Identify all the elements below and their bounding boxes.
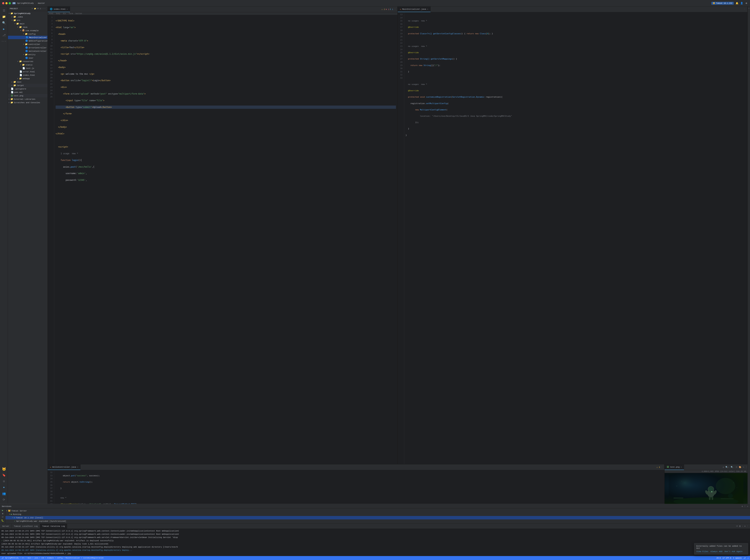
tree-item-indexhtml[interactable]: 📄 index.html bbox=[8, 74, 47, 77]
tree-item-hellocontroller[interactable]: 🔵 HelloController bbox=[8, 49, 47, 53]
sidebar-toggle-icon[interactable]: ☰ bbox=[1, 8, 7, 13]
tree-item-src[interactable]: ▼ 📁 src bbox=[8, 19, 47, 22]
console-tab-server[interactable]: Server bbox=[0, 524, 12, 528]
tree-item-entity[interactable]: ▼ 📁 entity bbox=[8, 53, 47, 56]
hc-more-icon[interactable]: ⋮ bbox=[661, 466, 663, 468]
services-tree-running[interactable]: ▼ ▶ Running bbox=[5, 513, 750, 516]
tree-item-webapp[interactable]: ▶ 📁 webapp bbox=[8, 77, 47, 80]
tab-testpng[interactable]: 🖼 test.png ✕ bbox=[665, 464, 684, 470]
more-options-icon[interactable]: ··· bbox=[42, 7, 46, 10]
search-icon[interactable]: 🔍 bbox=[1, 20, 7, 26]
tree-item-maininitializer[interactable]: 🔵 MainInitializer bbox=[8, 36, 47, 39]
collapse-icon[interactable]: ⊟ bbox=[40, 7, 41, 10]
edit-icon[interactable]: ✎ bbox=[743, 466, 744, 468]
console-more-icon[interactable]: ⋮ bbox=[747, 525, 749, 527]
structure-icon[interactable]: ⊟ bbox=[1, 479, 7, 484]
services-close-icon[interactable]: ✕ bbox=[747, 505, 748, 507]
services-stop-icon[interactable]: ■ bbox=[2, 513, 3, 515]
console-output[interactable]: 05-Jun-2024 14:58:24.272 INFO [RMI TCP C… bbox=[0, 529, 750, 556]
tab-hellocontroller[interactable]: ☕ HelloController.java ✕ bbox=[48, 464, 80, 470]
explorer-icon[interactable]: 📁 bbox=[1, 14, 7, 20]
tab-close-java-icon[interactable]: ✕ bbox=[427, 8, 428, 10]
notif-always-add[interactable]: Always Add bbox=[710, 551, 723, 553]
services-left-toolbar: ▶ ■ ⟳ 🐛 bbox=[0, 509, 5, 523]
tree-item-user[interactable]: 🔵 User bbox=[8, 56, 47, 60]
bookmark-icon[interactable]: 🔖 bbox=[1, 473, 7, 478]
notif-view-files[interactable]: View Files bbox=[696, 551, 708, 553]
tree-item-external-libs[interactable]: ▶ 📁 External Libraries bbox=[8, 98, 47, 101]
zoom-out-icon[interactable]: 🔍- bbox=[731, 466, 734, 468]
tree-item-springmvcstudy[interactable]: ▼ 📁 SpringMVCStudy bbox=[8, 12, 47, 15]
console-settings-icon[interactable]: ⚙ bbox=[744, 525, 746, 527]
services-more-icon[interactable]: ⋮ bbox=[744, 505, 746, 507]
history-icon[interactable]: ⟳ bbox=[1, 497, 7, 502]
editors-top: 🌐 index.html ✕ ⚠ 2 ⊗ 1 ℹ 1 ⋮ html› body›… bbox=[48, 6, 748, 464]
tree-item-testpng[interactable]: 🖼 test.png bbox=[8, 94, 47, 98]
services-restart-icon[interactable]: ⟳ bbox=[2, 516, 4, 519]
right-panel-icon[interactable]: ≡ bbox=[748, 8, 750, 9]
console-scroll-icon[interactable]: ↓ bbox=[742, 525, 743, 527]
refresh-icon[interactable]: ⟳ bbox=[37, 7, 39, 10]
notifications-icon[interactable]: ● bbox=[1, 485, 7, 490]
tree-item-static[interactable]: ▼ 📁 static bbox=[8, 63, 47, 67]
services-play-icon[interactable]: ▶ bbox=[2, 509, 3, 512]
tree-item-config[interactable]: ▼ 📁 config bbox=[8, 32, 47, 36]
fit-icon[interactable]: ⊡ bbox=[723, 466, 724, 468]
new-file-icon[interactable]: + bbox=[32, 7, 33, 10]
tab-close-hc-icon[interactable]: ✕ bbox=[77, 466, 78, 468]
zoom-in-icon[interactable]: 🔍+ bbox=[726, 466, 729, 468]
minimize-button[interactable] bbox=[5, 2, 7, 4]
console-tab-localhost-log[interactable]: Tomcat Localhost Log bbox=[12, 524, 40, 528]
html-editor-content[interactable]: 1234567891011121314151617181920212223242… bbox=[48, 15, 397, 464]
tree-item-java[interactable]: ▼ 📁 java bbox=[8, 25, 47, 29]
console-reload-icon[interactable]: ⟳ bbox=[736, 525, 738, 527]
hellocontroller-editor-content[interactable]: 323334353637383940414243444546 object.pu… bbox=[48, 470, 664, 504]
tab-close-icon[interactable]: ✕ bbox=[66, 8, 68, 10]
tree-item-controller-folder[interactable]: ▼ 📁 controller bbox=[8, 43, 47, 46]
status-right: 29:6 LF UTF-8 4 spaces ⎇ ⚠ bbox=[716, 557, 749, 559]
tree-item-pomxml[interactable]: 📄 pom.xml bbox=[8, 90, 47, 94]
tree-item-main[interactable]: ▼ 📁 main bbox=[8, 22, 47, 25]
tree-item-errorhtml[interactable]: 📄 error.html bbox=[8, 70, 47, 74]
tree-item-testjs[interactable]: 📄 test.js bbox=[8, 67, 47, 70]
tree-item-scratches[interactable]: ▶ 📁 Scratches and Consoles bbox=[8, 101, 47, 104]
people-icon[interactable]: 👥 bbox=[1, 491, 7, 496]
tab-indexhtml[interactable]: 🌐 index.html ✕ bbox=[48, 6, 70, 12]
tomcat-icon[interactable]: 🐱 bbox=[1, 466, 7, 472]
run-config-badge[interactable]: 🐱 Tomcat 10.1.232 bbox=[711, 2, 734, 5]
tab-close-img-icon[interactable]: ✕ bbox=[681, 466, 682, 468]
tab-maininitializer[interactable]: ☕ MainInitializer.java ✕ bbox=[398, 6, 431, 12]
sidebar-header-icons[interactable]: + 📁 ⟳ ⊟ ··· bbox=[32, 7, 46, 10]
maximize-button[interactable] bbox=[9, 2, 11, 4]
run-debug-icon[interactable]: ▶ bbox=[1, 26, 7, 32]
tree-item-target[interactable]: ▶ 📁 target bbox=[8, 84, 47, 87]
color-picker-icon[interactable]: 🎨 bbox=[739, 466, 741, 468]
user-icon[interactable]: 👤 bbox=[740, 2, 743, 5]
tree-item-test[interactable]: ▶ 📁 test bbox=[8, 80, 47, 84]
java-more-icon[interactable]: ⋮ bbox=[744, 8, 746, 11]
services-settings-icon[interactable]: ⚙ bbox=[742, 505, 743, 507]
rotate-icon[interactable]: ⟳ bbox=[736, 466, 737, 468]
services-tree-tomcat[interactable]: ▼ 🐱 Tomcat Server bbox=[5, 509, 750, 513]
git-icon[interactable]: ⎇ bbox=[1, 33, 7, 38]
settings-icon[interactable]: ⚙ bbox=[745, 2, 748, 5]
img-more-icon[interactable]: ⋮ bbox=[746, 466, 748, 468]
notif-dont-ask[interactable]: Don't Ask Again bbox=[725, 551, 743, 553]
more-icon[interactable]: ··· bbox=[1, 39, 7, 44]
services-tree-artifact[interactable]: ✓ SpringMVCStudy:war exploded [Synchroni… bbox=[5, 519, 750, 523]
new-folder-icon[interactable]: 📁 bbox=[34, 7, 36, 10]
tree-item-webconfiguration[interactable]: 🔵 WebConfiguration bbox=[8, 39, 47, 43]
java-editor-content[interactable]: 1314151617181920212223242526272829303132… bbox=[398, 12, 748, 464]
services-debug-icon[interactable]: 🐛 bbox=[1, 519, 4, 522]
console-clear-icon[interactable]: 🗑 bbox=[739, 525, 741, 527]
close-button[interactable] bbox=[2, 2, 4, 4]
tree-item-resources[interactable]: ▼ 📁 resources bbox=[8, 60, 47, 63]
notification-icon[interactable]: 🔔 bbox=[735, 2, 738, 5]
console-tab-catalina-log[interactable]: Tomcat Catalina Log bbox=[40, 524, 67, 528]
services-tree-instance[interactable]: ▼ ⚙ Tomcat 10.1.232 [local] bbox=[5, 516, 750, 519]
tree-item-errorcontroller[interactable]: 🔵 ErrorController bbox=[8, 46, 47, 49]
tree-item-gitignore[interactable]: 📄 .gitignore bbox=[8, 87, 47, 90]
more-icon[interactable]: ⋮ bbox=[394, 8, 396, 11]
tree-item-com-example[interactable]: ▼ 📦 com.example bbox=[8, 29, 47, 32]
tree-item-idea[interactable]: ▶ 📁 .idea bbox=[8, 15, 47, 19]
